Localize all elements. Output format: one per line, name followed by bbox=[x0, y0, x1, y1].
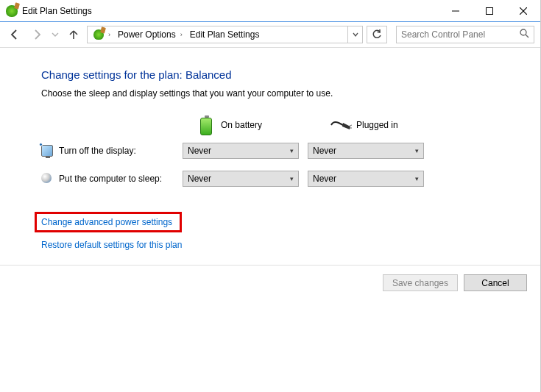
window-buttons bbox=[439, 0, 540, 22]
maximize-button[interactable] bbox=[473, 0, 506, 22]
svg-line-5 bbox=[526, 35, 528, 38]
column-headers: On battery Plugged in bbox=[174, 115, 527, 135]
display-battery-dropdown[interactable]: Never ▾ bbox=[183, 143, 299, 159]
breadcrumb-label: Edit Plan Settings bbox=[190, 29, 260, 40]
plug-icon bbox=[330, 119, 350, 131]
highlight-box: Change advanced power settings bbox=[35, 212, 182, 232]
chevron-down-icon: ▾ bbox=[290, 147, 294, 154]
page-heading: Change settings for the plan: Balanced bbox=[41, 68, 527, 81]
svg-line-6 bbox=[350, 125, 352, 126]
minimize-button[interactable] bbox=[439, 0, 473, 22]
close-button[interactable] bbox=[506, 0, 540, 22]
dropdown-value: Never bbox=[188, 146, 290, 156]
titlebar: Edit Plan Settings bbox=[0, 0, 540, 22]
breadcrumb-item-edit-plan[interactable]: Edit Plan Settings bbox=[187, 26, 263, 43]
refresh-button[interactable] bbox=[367, 26, 387, 43]
cancel-button[interactable]: Cancel bbox=[464, 274, 527, 291]
chevron-down-icon: ▾ bbox=[415, 175, 419, 182]
advanced-power-settings-link[interactable]: Change advanced power settings bbox=[41, 217, 172, 227]
setting-row-display: Turn off the display: Never ▾ Never ▾ bbox=[41, 143, 527, 159]
sleep-battery-dropdown[interactable]: Never ▾ bbox=[183, 171, 299, 187]
breadcrumb-label: Power Options bbox=[118, 29, 176, 40]
save-changes-button[interactable]: Save changes bbox=[383, 274, 458, 291]
dropdown-value: Never bbox=[313, 174, 415, 184]
setting-row-sleep: Put the computer to sleep: Never ▾ Never… bbox=[41, 171, 527, 187]
chevron-down-icon: ▾ bbox=[415, 147, 419, 154]
column-label: On battery bbox=[221, 120, 262, 130]
dropdown-value: Never bbox=[188, 174, 290, 184]
search-placeholder: Search Control Panel bbox=[401, 29, 485, 40]
chevron-right-icon: › bbox=[108, 31, 110, 38]
forward-button[interactable] bbox=[28, 26, 46, 43]
restore-defaults-link[interactable]: Restore default settings for this plan bbox=[41, 240, 182, 250]
setting-label: Put the computer to sleep: bbox=[59, 174, 162, 184]
column-label: Plugged in bbox=[356, 120, 398, 130]
column-on-battery: On battery bbox=[197, 115, 321, 135]
search-icon bbox=[520, 29, 529, 40]
moon-icon bbox=[41, 173, 53, 185]
back-button[interactable] bbox=[6, 26, 24, 43]
sleep-plugged-dropdown[interactable]: Never ▾ bbox=[308, 171, 424, 187]
svg-rect-1 bbox=[487, 7, 493, 14]
battery-icon bbox=[197, 115, 215, 135]
button-label: Save changes bbox=[392, 278, 448, 288]
page-subheading: Choose the sleep and display settings th… bbox=[41, 88, 527, 99]
chevron-right-icon: › bbox=[180, 31, 183, 38]
footer-buttons: Save changes Cancel bbox=[0, 265, 540, 291]
window-title: Edit Plan Settings bbox=[22, 6, 92, 16]
svg-point-4 bbox=[520, 29, 526, 35]
breadcrumb-dropdown[interactable] bbox=[347, 26, 362, 43]
display-plugged-dropdown[interactable]: Never ▾ bbox=[308, 143, 424, 159]
display-icon bbox=[41, 145, 53, 157]
column-plugged-in: Plugged in bbox=[330, 115, 453, 135]
search-input[interactable]: Search Control Panel bbox=[396, 26, 534, 43]
up-button[interactable] bbox=[65, 26, 82, 43]
setting-label: Turn off the display: bbox=[59, 146, 136, 156]
dropdown-value: Never bbox=[313, 146, 415, 156]
content-area: Change settings for the plan: Balanced C… bbox=[0, 48, 540, 269]
breadcrumb-item-power-options[interactable]: Power Options › bbox=[115, 26, 185, 43]
button-label: Cancel bbox=[481, 278, 509, 288]
recent-dropdown[interactable] bbox=[50, 26, 60, 43]
app-power-icon bbox=[6, 5, 18, 17]
breadcrumb[interactable]: › Power Options › Edit Plan Settings bbox=[87, 26, 363, 43]
breadcrumb-root-icon[interactable]: › bbox=[91, 26, 113, 43]
chevron-down-icon: ▾ bbox=[290, 175, 294, 182]
navigation-bar: › Power Options › Edit Plan Settings Sea… bbox=[0, 22, 540, 47]
